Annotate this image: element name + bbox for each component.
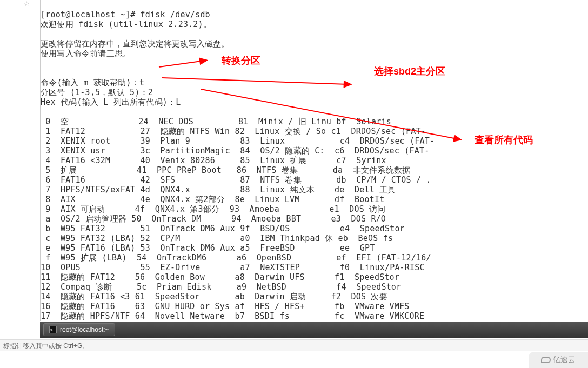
- taskbar: >_ root@localhost:~: [40, 322, 588, 338]
- table-row: 16 隐藏的 FAT16 63 GNU HURD or Sys af HFS /…: [41, 302, 410, 311]
- warn-line-1: 更改将停留在内存中，直到您决定将更改写入磁盘。: [41, 39, 230, 49]
- warn-line-2: 使用写入命令前请三思。: [41, 49, 131, 58]
- prompt-line: [root@localhost ~]# fdisk /dev/sdb: [41, 10, 210, 19]
- table-row: 0 空 24 NEC DOS 81 Minix / 旧 Linu bf Sola…: [41, 117, 391, 126]
- taskbar-item-terminal[interactable]: >_ root@localhost:~: [43, 323, 115, 336]
- watermark: 亿速云: [529, 352, 588, 368]
- terminal-viewport[interactable]: [root@localhost ~]# fdisk /dev/sdb 欢迎使用 …: [40, 0, 588, 321]
- annotation-label-3: 查看所有代码: [475, 133, 533, 146]
- table-row: 12 Compaq 诊断 5c Priam Edisk a9 NetBSD f4…: [41, 282, 401, 292]
- table-row: 14 隐藏的 FAT16 <3 61 SpeedStor ab Darwin 启…: [41, 292, 387, 302]
- table-row: 1 FAT12 27 隐藏的 NTFS Win 82 Linux 交换 / So…: [41, 126, 426, 136]
- table-row: 17 隐藏的 HPFS/NTF 64 Novell Netware b7 BSD…: [41, 311, 424, 321]
- table-row: 6 FAT16 42 SFS 87 NTFS 卷集 db CP/M / CTOS…: [41, 175, 431, 185]
- watermark-text: 亿速云: [553, 355, 576, 365]
- table-row: e W95 FAT16 (LBA) 53 OnTrack DM6 Aux a5 …: [41, 243, 375, 253]
- table-row: f W95 扩展 (LBA) 54 OnTrackDM6 a6 OpenBSD …: [41, 253, 431, 263]
- terminal-output: [root@localhost ~]# fdisk /dev/sdb 欢迎使用 …: [41, 0, 588, 321]
- annotation-label-1: 转换分区: [222, 54, 260, 67]
- cmd-hex-line: Hex 代码(输入 L 列出所有代码)：L: [41, 97, 181, 107]
- table-row: c W95 FAT32 (LBA) 52 CP/M a0 IBM Thinkpa…: [41, 233, 393, 243]
- welcome-line: 欢迎使用 fdisk (util-linux 2.23.2)。: [41, 19, 211, 29]
- table-row: 8 AIX 4e QNX4.x 第2部分 8e Linux LVM df Boo…: [41, 195, 384, 204]
- terminal-icon: >_: [49, 326, 57, 333]
- taskbar-item-label: root@localhost:~: [60, 326, 109, 333]
- cmd-t-line: 命令(输入 m 获取帮助)：t: [41, 78, 144, 88]
- editor-gutter: ☆: [0, 0, 40, 321]
- table-row: 7 HPFS/NTFS/exFAT 4d QNX4.x 88 Linux 纯文本…: [41, 185, 396, 195]
- cmd-partnum-line: 分区号 (1-3,5，默认 5)：2: [41, 88, 153, 97]
- table-row: b W95 FAT32 51 OnTrack DM6 Aux 9f BSD/OS…: [41, 224, 405, 233]
- table-row: 10 OPUS 55 EZ-Drive a7 NeXTSTEP f0 Linux…: [41, 263, 425, 272]
- table-row: 4 FAT16 <32M 40 Venix 80286 85 Linux 扩展 …: [41, 156, 386, 165]
- table-row: 3 XENIX usr 3c PartitionMagic 84 OS/2 隐藏…: [41, 146, 429, 156]
- statusbar-hint: 标指针移入其中或按 Ctrl+G。: [3, 342, 89, 350]
- statusbar: 标指针移入其中或按 Ctrl+G。: [0, 339, 588, 351]
- table-row: 2 XENIX root 39 Plan 9 83 Linux c4 DRDOS…: [41, 136, 435, 146]
- table-row: 9 AIX 可启动 4f QNX4.x 第3部分 93 Amoeba e1 DO…: [41, 204, 386, 214]
- table-row: 11 隐藏的 FAT12 56 Golden Bow a8 Darwin UFS…: [41, 272, 399, 282]
- annotation-label-2: 选择sbd2主分区: [374, 65, 445, 78]
- table-row: a OS/2 启动管理器 50 OnTrack DM 94 Amoeba BBT…: [41, 214, 386, 224]
- pin-icon: ☆: [24, 0, 31, 8]
- cloud-icon: [541, 357, 551, 363]
- table-row: 5 扩展 41 PPC PReP Boot 86 NTFS 卷集 da 非文件系…: [41, 165, 410, 175]
